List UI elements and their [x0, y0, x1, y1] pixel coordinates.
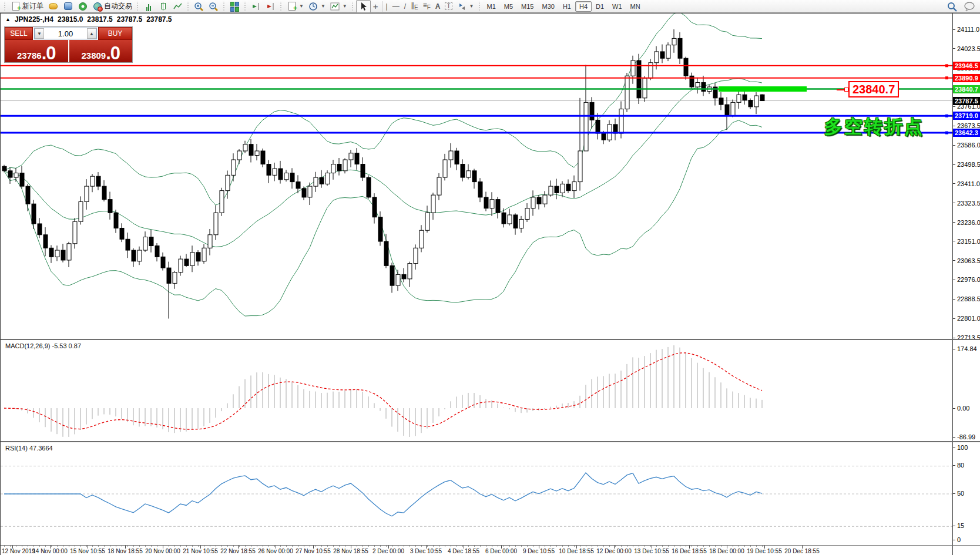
panel-separator[interactable] [1, 339, 980, 340]
time-axis[interactable]: 12 Nov 201914 Nov 00:0015 Nov 10:5518 No… [1, 546, 952, 555]
timeframe-m1-button[interactable]: M1 [483, 1, 500, 12]
time-minor-tick [110, 546, 110, 547]
candle-body [155, 246, 159, 257]
line-chart-mode-button[interactable] [170, 0, 185, 13]
time-minor-tick [504, 546, 504, 547]
time-axis-label: 15 Nov 10:55 [70, 548, 105, 554]
price-axis[interactable]: 24111.024023.523936.023761.023673.523586… [952, 14, 980, 555]
autotrading-button[interactable]: 自动交易 [90, 0, 135, 13]
time-axis-label: 27 Nov 10:55 [296, 548, 331, 554]
time-minor-tick [439, 546, 439, 547]
buy-price-button[interactable]: 23809 .0 [69, 40, 133, 62]
candlestick-mode-button[interactable] [156, 0, 170, 13]
volume-input[interactable]: 1.00 [44, 28, 87, 39]
timeframe-h1-button[interactable]: H1 [559, 1, 575, 12]
fibonacci-tool-button[interactable]: ≡F [421, 0, 433, 13]
arrows-tool-button[interactable]: ▼ [455, 0, 476, 13]
candle-body [38, 224, 42, 235]
new-chart-button[interactable]: + ▼ [284, 0, 306, 13]
timeframe-m5-button[interactable]: M5 [500, 1, 517, 12]
toolbar-grip[interactable] [478, 2, 481, 11]
macd-scale-tick [953, 408, 955, 409]
tile-windows-button[interactable] [227, 0, 242, 13]
toolbar-grip[interactable] [4, 2, 6, 11]
candle-body [378, 217, 382, 241]
time-minor-tick [509, 546, 510, 547]
toolbar-grip[interactable] [223, 2, 226, 11]
panel-separator[interactable] [1, 441, 980, 442]
toolbar-grip[interactable] [280, 2, 283, 11]
collapse-triangle-icon[interactable]: ▲ [5, 16, 11, 22]
level-price-tag-23719.0[interactable]: 23719.0 [953, 112, 980, 120]
cursor-tool-button[interactable] [356, 0, 371, 13]
sell-button[interactable]: SELL [5, 27, 33, 40]
timeframe-m30-button[interactable]: M30 [538, 1, 558, 12]
candle-body [273, 169, 277, 175]
ohlc-close: 23787.5 [146, 15, 172, 23]
level-price-tag-23642.3[interactable]: 23642.3 [953, 129, 980, 137]
level-price-tag-23946.5[interactable]: 23946.5 [953, 62, 980, 70]
horizontal-line-tool-button[interactable]: — [390, 0, 402, 13]
arrow-shapes-icon [457, 2, 467, 11]
chat-icon[interactable] [964, 2, 975, 12]
buy-button[interactable]: BUY [98, 27, 132, 40]
candle-body [126, 239, 130, 250]
level-price-tag-23787.5[interactable]: 23787.5 [953, 97, 980, 105]
chart-shift-button[interactable] [263, 0, 278, 13]
macd-panel-canvas[interactable] [1, 340, 952, 441]
price-callout-label[interactable]: 23840.7 [848, 81, 899, 97]
toolbar-grip[interactable] [136, 2, 139, 11]
price-tick-label: 24111.0 [957, 26, 979, 33]
toolbar-grip[interactable] [351, 2, 354, 11]
annotation-text[interactable]: 多空转折点 [824, 115, 924, 139]
price-tick-label: 23323.5 [957, 200, 980, 207]
candle-body [702, 83, 706, 92]
auto-scroll-button[interactable] [249, 0, 263, 13]
text-tool-button[interactable]: A [433, 0, 443, 13]
zoom-in-button[interactable] [192, 0, 206, 13]
time-minor-tick [744, 546, 745, 547]
timeframe-h4-button[interactable]: H4 [575, 1, 592, 12]
candle-body [408, 264, 412, 279]
candle-body [226, 175, 230, 190]
candle-body [384, 241, 388, 265]
gold-ingot-button[interactable] [46, 0, 61, 13]
level-price-tag-23890.9[interactable]: 23890.9 [953, 74, 980, 82]
period-menu-button[interactable]: ▼ [306, 0, 328, 13]
signal-button[interactable] [75, 0, 90, 13]
crosshair-tool-button[interactable]: + [371, 0, 381, 13]
time-axis-label: 4 Dec 18:55 [448, 548, 479, 554]
main-chart-canvas[interactable] [1, 14, 952, 339]
search-icon[interactable] [947, 2, 958, 12]
indicators-menu-button[interactable]: ▼ [328, 0, 350, 13]
volume-decrease-button[interactable]: ▼ [35, 28, 44, 39]
timeframe-m15-button[interactable]: M15 [517, 1, 538, 12]
candle-body [531, 197, 535, 208]
text-label-tool-button[interactable]: T [442, 0, 454, 13]
timeframe-w1-button[interactable]: W1 [608, 1, 626, 12]
candle-body [731, 102, 735, 116]
candle-body [549, 186, 553, 195]
auto-scroll-icon [251, 2, 261, 11]
toolbar-grip[interactable] [244, 2, 247, 11]
sell-price-button[interactable]: 23786 .0 [5, 40, 68, 62]
remote-trading-button[interactable] [61, 0, 75, 13]
toolbar-grip[interactable] [187, 2, 190, 11]
volume-increase-button[interactable]: ▲ [87, 28, 96, 39]
time-minor-tick [116, 546, 116, 547]
rsi-panel-canvas[interactable] [1, 442, 952, 546]
new-order-button[interactable]: + 新订单 [8, 0, 46, 13]
timeframe-mn-button[interactable]: MN [626, 1, 645, 12]
zoom-out-button[interactable] [206, 0, 221, 13]
trendline-tool-button[interactable]: / [402, 0, 408, 13]
vertical-line-tool-button[interactable]: | [384, 0, 390, 13]
chevron-down-icon: ▼ [469, 4, 474, 9]
channel-tool-button[interactable]: ∥E [408, 0, 421, 13]
candle-body [414, 248, 418, 263]
bar-chart-mode-button[interactable] [141, 0, 156, 13]
candle-body [431, 195, 435, 213]
time-minor-tick [22, 546, 22, 547]
timeframe-d1-button[interactable]: D1 [592, 1, 608, 12]
level-price-tag-23840.7[interactable]: 23840.7 [953, 85, 980, 93]
candle-body [472, 171, 476, 182]
